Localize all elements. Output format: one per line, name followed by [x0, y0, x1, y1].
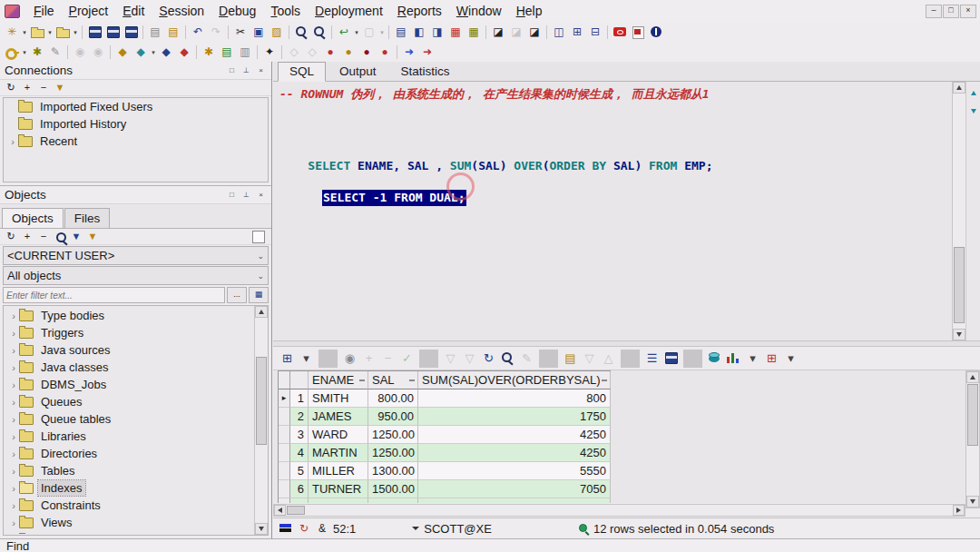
rollback-button[interactable]: ◉: [89, 44, 107, 60]
navigate-up-button[interactable]: [968, 88, 978, 98]
find-label[interactable]: Find: [6, 539, 29, 552]
scroll-down-arrow[interactable]: [255, 523, 268, 535]
scrollbar-thumb[interactable]: [287, 506, 305, 515]
tree-item[interactable]: › Java sources: [5, 341, 254, 359]
ename-cell[interactable]: JAMES: [309, 408, 368, 426]
chart-dropdown[interactable]: ▾: [743, 350, 762, 368]
pdf-button[interactable]: [629, 24, 647, 40]
edit-button[interactable]: ✎: [46, 44, 64, 60]
tile-horizontal-button[interactable]: ⊟: [586, 24, 604, 40]
filter-settings-button[interactable]: ▦: [249, 287, 269, 303]
row-number-cell[interactable]: 4: [290, 444, 309, 462]
edit-data-button[interactable]: ✎: [517, 350, 536, 368]
save-button[interactable]: [85, 24, 103, 40]
tab-sql[interactable]: SQL: [278, 62, 326, 82]
close-panel-button[interactable]: ×: [255, 190, 267, 201]
scroll-down-arrow[interactable]: [953, 329, 965, 340]
ename-cell[interactable]: SMITH: [309, 389, 368, 408]
tile-windows-button[interactable]: ⊞: [568, 24, 586, 40]
tree-item[interactable]: › Recent: [4, 133, 268, 150]
paste-button[interactable]: ▨: [268, 24, 286, 40]
tab-output[interactable]: Output: [328, 63, 387, 81]
row-number-cell[interactable]: 3: [290, 426, 309, 444]
tree-item[interactable]: Imported History: [4, 115, 268, 133]
session-button[interactable]: ◆: [132, 44, 150, 60]
chevron-right-icon[interactable]: ›: [9, 518, 18, 528]
tools-button[interactable]: ✱: [200, 44, 218, 60]
open-button[interactable]: [28, 24, 46, 40]
window-stamp-button[interactable]: ◪: [489, 24, 507, 40]
refresh-button[interactable]: ↻: [4, 230, 18, 243]
save-results-button[interactable]: [662, 350, 681, 368]
scroll-down-arrow[interactable]: [966, 496, 979, 508]
single-record-view-button[interactable]: ☰: [642, 350, 662, 368]
row-indicator[interactable]: ▸: [279, 389, 290, 408]
grid-view-button[interactable]: ⊞: [278, 350, 297, 368]
redo-button[interactable]: ↷: [207, 24, 225, 40]
save-as-button[interactable]: [122, 24, 140, 40]
tree-item[interactable]: › Triggers: [5, 324, 254, 341]
sql-editor[interactable]: -- ROWNUM 伪列， 由系统生成的， 在产生结果集的时候生成， 而且永远都…: [273, 82, 953, 340]
chevron-right-icon[interactable]: ›: [9, 448, 18, 459]
pivot-dropdown[interactable]: ▾: [781, 350, 800, 368]
minimize-button[interactable]: –: [926, 5, 942, 18]
prev-page-button[interactable]: ▽: [580, 350, 599, 368]
autohide-pin-button[interactable]: ⊥: [240, 65, 252, 76]
menu-debug[interactable]: Debug: [211, 1, 263, 21]
fetch-all-button[interactable]: ▽: [460, 350, 479, 368]
navigate-forward-button[interactable]: ➜: [418, 44, 436, 60]
window-stamp-disabled-button[interactable]: ◪: [507, 24, 525, 40]
cut-button[interactable]: ✂: [231, 24, 250, 40]
window-stamp-alt-button[interactable]: ◪: [525, 24, 544, 40]
row-indicator[interactable]: [279, 426, 290, 444]
commit-button[interactable]: ◉: [71, 44, 89, 60]
open-recent-button[interactable]: [54, 24, 72, 40]
editor-scrollbar[interactable]: [952, 82, 965, 340]
chevron-right-icon[interactable]: ›: [9, 500, 18, 511]
chevron-right-icon[interactable]: ›: [9, 431, 18, 442]
explain-plan-dropdown[interactable]: ▾: [378, 24, 386, 40]
sal-cell[interactable]: 950.00: [368, 408, 418, 426]
refresh-results-button[interactable]: ↻: [479, 350, 498, 368]
menu-deployment[interactable]: Deployment: [308, 1, 390, 21]
logon-dropdown[interactable]: ▾: [21, 44, 28, 60]
tree-item[interactable]: › Views: [5, 514, 254, 531]
cascade-windows-button[interactable]: ◫: [550, 24, 568, 40]
breakpoint-button[interactable]: ●: [321, 44, 339, 60]
breakpoint-red-button[interactable]: ●: [376, 44, 394, 60]
fetch-last-page-button[interactable]: ▽: [441, 350, 460, 368]
wrench-button[interactable]: ✦: [260, 44, 279, 60]
connection-selector[interactable]: SCOTT@XE: [412, 522, 492, 536]
describe-button[interactable]: ▥: [236, 44, 254, 60]
sal-cell[interactable]: 1500.00: [368, 480, 418, 498]
sal-cell[interactable]: 800.00: [368, 389, 418, 408]
new-dropdown[interactable]: ▾: [21, 24, 28, 40]
chevron-right-icon[interactable]: ›: [9, 310, 18, 321]
lock-record-button[interactable]: ◉: [340, 350, 359, 368]
scrollbar-thumb[interactable]: [256, 357, 267, 445]
tree-item[interactable]: › Queue tables: [5, 410, 254, 428]
preferences-button[interactable]: ✱: [28, 44, 46, 60]
document-list-button[interactable]: ▦: [465, 24, 483, 40]
find-next-button[interactable]: [310, 24, 328, 40]
row-number-cell[interactable]: 1: [290, 389, 309, 408]
filter-button[interactable]: ▼: [53, 81, 67, 94]
column-header-sum[interactable]: SUM(SAL)OVER(ORDERBYSAL): [418, 371, 611, 389]
scroll-up-arrow[interactable]: [255, 306, 268, 318]
sal-cell[interactable]: 1300.00: [368, 462, 418, 480]
session-user-button[interactable]: ◆: [113, 44, 132, 60]
scrollbar-thumb[interactable]: [967, 384, 978, 446]
grid-view-dropdown[interactable]: ▾: [297, 350, 316, 368]
navigate-down-button[interactable]: [968, 106, 978, 116]
sal-cell[interactable]: 1250.00: [368, 426, 418, 444]
open-recent-dropdown[interactable]: ▾: [72, 24, 79, 40]
logon-button[interactable]: [3, 44, 21, 60]
next-page-button[interactable]: △: [599, 350, 618, 368]
dock-button[interactable]: □: [226, 65, 238, 76]
object-list-button[interactable]: ▤: [218, 44, 236, 60]
filter-more-button[interactable]: ...: [227, 287, 247, 303]
session-dropdown[interactable]: ▾: [150, 44, 157, 60]
editor-results-splitter[interactable]: [273, 340, 980, 347]
expand-all-button[interactable]: +: [20, 81, 34, 94]
pivot-button[interactable]: ⊞: [762, 350, 781, 368]
